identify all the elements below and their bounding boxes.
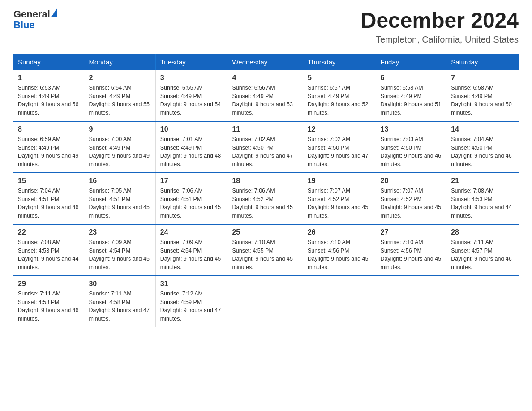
day-info: Sunrise: 7:10 AM Sunset: 4:55 PM Dayligh… <box>232 238 298 272</box>
column-header-wednesday: Wednesday <box>227 54 303 70</box>
day-cell: 22 Sunrise: 7:08 AM Sunset: 4:53 PM Dayl… <box>13 224 84 276</box>
day-info: Sunrise: 7:02 AM Sunset: 4:50 PM Dayligh… <box>232 135 298 169</box>
day-number: 19 <box>308 177 371 185</box>
day-number: 6 <box>381 74 442 82</box>
page-title: December 2024 <box>361 9 519 33</box>
day-cell: 25 Sunrise: 7:10 AM Sunset: 4:55 PM Dayl… <box>227 224 303 276</box>
day-info: Sunrise: 6:53 AM Sunset: 4:49 PM Dayligh… <box>18 84 79 117</box>
column-header-sunday: Sunday <box>13 54 84 70</box>
day-info: Sunrise: 7:06 AM Sunset: 4:52 PM Dayligh… <box>232 187 298 220</box>
day-info: Sunrise: 7:04 AM Sunset: 4:51 PM Dayligh… <box>18 187 79 220</box>
logo-text-blue: Blue <box>13 19 35 30</box>
day-cell: 30 Sunrise: 7:11 AM Sunset: 4:58 PM Dayl… <box>84 276 155 327</box>
day-number: 13 <box>381 125 442 133</box>
week-row-5: 29 Sunrise: 7:11 AM Sunset: 4:58 PM Dayl… <box>13 276 519 327</box>
day-number: 18 <box>232 177 298 185</box>
day-info: Sunrise: 7:03 AM Sunset: 4:50 PM Dayligh… <box>381 135 442 169</box>
day-number: 3 <box>160 74 223 82</box>
day-number: 4 <box>232 74 298 82</box>
day-info: Sunrise: 7:09 AM Sunset: 4:54 PM Dayligh… <box>89 238 150 272</box>
day-cell: 16 Sunrise: 7:05 AM Sunset: 4:51 PM Dayl… <box>84 173 155 224</box>
day-number: 26 <box>308 228 371 236</box>
day-cell: 12 Sunrise: 7:02 AM Sunset: 4:50 PM Dayl… <box>303 121 376 173</box>
day-number: 7 <box>451 74 514 82</box>
day-number: 23 <box>89 228 150 236</box>
calendar-table: SundayMondayTuesdayWednesdayThursdayFrid… <box>13 54 519 327</box>
day-cell: 20 Sunrise: 7:07 AM Sunset: 4:52 PM Dayl… <box>376 173 446 224</box>
day-info: Sunrise: 7:10 AM Sunset: 4:56 PM Dayligh… <box>381 238 442 272</box>
column-header-friday: Friday <box>376 54 446 70</box>
day-cell: 15 Sunrise: 7:04 AM Sunset: 4:51 PM Dayl… <box>13 173 84 224</box>
day-info: Sunrise: 7:07 AM Sunset: 4:52 PM Dayligh… <box>381 187 442 220</box>
day-cell: 9 Sunrise: 7:00 AM Sunset: 4:49 PM Dayli… <box>84 121 155 173</box>
day-cell: 18 Sunrise: 7:06 AM Sunset: 4:52 PM Dayl… <box>227 173 303 224</box>
column-header-saturday: Saturday <box>446 54 519 70</box>
day-info: Sunrise: 7:08 AM Sunset: 4:53 PM Dayligh… <box>451 187 514 220</box>
day-cell: 5 Sunrise: 6:57 AM Sunset: 4:49 PM Dayli… <box>303 70 376 121</box>
day-info: Sunrise: 6:56 AM Sunset: 4:49 PM Dayligh… <box>232 84 298 117</box>
day-info: Sunrise: 7:00 AM Sunset: 4:49 PM Dayligh… <box>89 135 150 169</box>
day-cell: 21 Sunrise: 7:08 AM Sunset: 4:53 PM Dayl… <box>446 173 519 224</box>
day-number: 28 <box>451 228 514 236</box>
day-number: 27 <box>381 228 442 236</box>
day-cell: 10 Sunrise: 7:01 AM Sunset: 4:49 PM Dayl… <box>155 121 227 173</box>
day-number: 14 <box>451 125 514 133</box>
day-number: 20 <box>381 177 442 185</box>
day-info: Sunrise: 7:04 AM Sunset: 4:50 PM Dayligh… <box>451 135 514 169</box>
day-number: 17 <box>160 177 223 185</box>
day-number: 9 <box>89 125 150 133</box>
logo: General Blue <box>13 9 57 30</box>
day-cell: 3 Sunrise: 6:55 AM Sunset: 4:49 PM Dayli… <box>155 70 227 121</box>
day-info: Sunrise: 6:58 AM Sunset: 4:49 PM Dayligh… <box>381 84 442 117</box>
day-number: 1 <box>18 74 79 82</box>
logo-text-general: General <box>13 9 50 20</box>
day-cell: 23 Sunrise: 7:09 AM Sunset: 4:54 PM Dayl… <box>84 224 155 276</box>
day-cell: 27 Sunrise: 7:10 AM Sunset: 4:56 PM Dayl… <box>376 224 446 276</box>
day-info: Sunrise: 7:01 AM Sunset: 4:49 PM Dayligh… <box>160 135 223 169</box>
day-info: Sunrise: 7:09 AM Sunset: 4:54 PM Dayligh… <box>160 238 223 272</box>
day-info: Sunrise: 7:10 AM Sunset: 4:56 PM Dayligh… <box>308 238 371 272</box>
day-number: 22 <box>18 228 79 236</box>
day-cell: 2 Sunrise: 6:54 AM Sunset: 4:49 PM Dayli… <box>84 70 155 121</box>
day-info: Sunrise: 7:11 AM Sunset: 4:58 PM Dayligh… <box>18 290 79 323</box>
day-cell: 26 Sunrise: 7:10 AM Sunset: 4:56 PM Dayl… <box>303 224 376 276</box>
day-info: Sunrise: 7:07 AM Sunset: 4:52 PM Dayligh… <box>308 187 371 220</box>
day-cell <box>446 276 519 327</box>
week-row-2: 8 Sunrise: 6:59 AM Sunset: 4:49 PM Dayli… <box>13 121 519 173</box>
day-info: Sunrise: 7:12 AM Sunset: 4:59 PM Dayligh… <box>160 290 223 323</box>
day-info: Sunrise: 7:11 AM Sunset: 4:58 PM Dayligh… <box>89 290 150 323</box>
day-number: 30 <box>89 280 150 288</box>
day-number: 10 <box>160 125 223 133</box>
week-row-4: 22 Sunrise: 7:08 AM Sunset: 4:53 PM Dayl… <box>13 224 519 276</box>
day-number: 12 <box>308 125 371 133</box>
day-info: Sunrise: 6:59 AM Sunset: 4:49 PM Dayligh… <box>18 135 79 169</box>
day-number: 11 <box>232 125 298 133</box>
day-cell: 11 Sunrise: 7:02 AM Sunset: 4:50 PM Dayl… <box>227 121 303 173</box>
day-number: 31 <box>160 280 223 288</box>
day-number: 29 <box>18 280 79 288</box>
logo-word1: General <box>13 9 57 20</box>
day-number: 21 <box>451 177 514 185</box>
page-header: General Blue December 2024 Templeton, Ca… <box>13 9 519 45</box>
day-cell: 4 Sunrise: 6:56 AM Sunset: 4:49 PM Dayli… <box>227 70 303 121</box>
calendar-header-row: SundayMondayTuesdayWednesdayThursdayFrid… <box>13 54 519 70</box>
day-cell: 28 Sunrise: 7:11 AM Sunset: 4:57 PM Dayl… <box>446 224 519 276</box>
day-number: 15 <box>18 177 79 185</box>
column-header-thursday: Thursday <box>303 54 376 70</box>
day-info: Sunrise: 6:57 AM Sunset: 4:49 PM Dayligh… <box>308 84 371 117</box>
day-cell: 7 Sunrise: 6:58 AM Sunset: 4:49 PM Dayli… <box>446 70 519 121</box>
day-info: Sunrise: 7:05 AM Sunset: 4:51 PM Dayligh… <box>89 187 150 220</box>
week-row-3: 15 Sunrise: 7:04 AM Sunset: 4:51 PM Dayl… <box>13 173 519 224</box>
day-info: Sunrise: 6:58 AM Sunset: 4:49 PM Dayligh… <box>451 84 514 117</box>
day-number: 16 <box>89 177 150 185</box>
day-cell <box>227 276 303 327</box>
day-cell: 29 Sunrise: 7:11 AM Sunset: 4:58 PM Dayl… <box>13 276 84 327</box>
day-cell <box>376 276 446 327</box>
day-info: Sunrise: 7:06 AM Sunset: 4:51 PM Dayligh… <box>160 187 223 220</box>
day-cell: 13 Sunrise: 7:03 AM Sunset: 4:50 PM Dayl… <box>376 121 446 173</box>
logo-word2: Blue <box>13 20 57 30</box>
day-info: Sunrise: 7:02 AM Sunset: 4:50 PM Dayligh… <box>308 135 371 169</box>
day-number: 25 <box>232 228 298 236</box>
day-number: 2 <box>89 74 150 82</box>
week-row-1: 1 Sunrise: 6:53 AM Sunset: 4:49 PM Dayli… <box>13 70 519 121</box>
